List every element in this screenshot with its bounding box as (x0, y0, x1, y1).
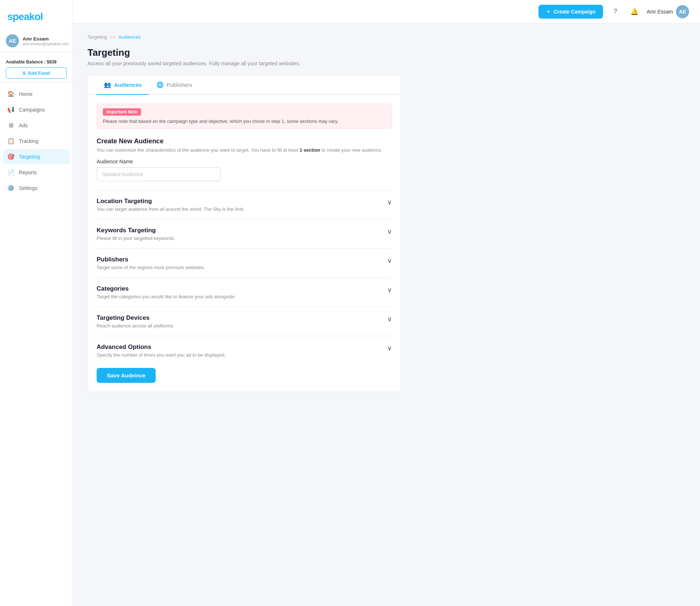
nav-icon-settings: ⚙️ (7, 184, 15, 191)
accordion-header-advanced[interactable]: Advanced Options Specify the number of t… (97, 343, 392, 358)
nav-icon-ads: ⊞ (7, 122, 15, 129)
tab-audiences[interactable]: 👥 Audiences (97, 75, 149, 95)
help-icon-button[interactable]: ? (609, 5, 622, 18)
balance-text: Avaliable Balance : $839 (6, 59, 67, 65)
main-card: 👥 Audiences 🌐 Publishers Important Note … (88, 75, 401, 392)
create-audience-title: Create New Audience (97, 137, 392, 145)
user-info: Amr Essam amr.essam@speakol.com (23, 36, 69, 46)
sidebar-item-label-reports: Reports (19, 170, 37, 175)
accordion-subtitle-location: You can target audience from all around … (97, 206, 387, 212)
topbar-user[interactable]: Amr Essam AE (647, 5, 689, 18)
accordion-title-advanced: Advanced Options (97, 343, 387, 351)
nav-icon-campaigns: 📢 (7, 106, 15, 113)
nav-icon-targeting: 🎯 (7, 153, 15, 160)
sidebar-item-campaigns[interactable]: 📢 Campaigns (3, 102, 70, 117)
accordion-title-location: Location Targeting (97, 198, 387, 205)
brand-logo: speakol (0, 7, 73, 30)
create-audience-desc: You can customize the characteristics of… (97, 147, 392, 153)
accordion-header-location[interactable]: Location Targeting You can target audien… (97, 198, 392, 212)
sidebar-item-reports[interactable]: 📄 Reports (3, 165, 70, 180)
sidebar-item-label-home: Home (19, 91, 32, 97)
user-section: AE Amr Essam amr.essam@speakol.com (0, 30, 73, 52)
chevron-down-icon-publishers: ∨ (387, 256, 392, 265)
accordion-title-publishers: Publishers (97, 256, 387, 263)
breadcrumb-separator: >> (110, 34, 115, 40)
sidebar-item-settings[interactable]: ⚙️ Settings (3, 180, 70, 195)
accordion-title-keywords: Keywords Targeting (97, 227, 387, 234)
sidebar-item-label-ads: Ads (19, 123, 28, 128)
topbar: ＋ Create Campaign ? 🔔 Amr Essam AE (73, 0, 700, 23)
tab-label-publishers: Publishers (167, 82, 192, 88)
main-content: Targeting >> Audiences Targeting Access … (73, 23, 700, 606)
accordion-subtitle-publishers: Target some of the regions most premium … (97, 265, 387, 270)
nav-icon-tracking: 📋 (7, 137, 15, 144)
accordion-subtitle-keywords: Please fill in your targetted keywords. (97, 236, 387, 241)
breadcrumb: Targeting >> Audiences (88, 34, 685, 40)
tabs: 👥 Audiences 🌐 Publishers (88, 75, 401, 95)
topbar-user-name: Amr Essam (647, 9, 673, 15)
accordion-header-keywords[interactable]: Keywords Targeting Please fill in your t… (97, 227, 392, 241)
chevron-down-icon-advanced: ∨ (387, 343, 392, 352)
save-audience-button[interactable]: Save Audeince (97, 368, 156, 383)
sidebar-item-label-targeting: Targeting (19, 154, 40, 160)
page-header: Targeting Access all your previously sav… (88, 47, 685, 66)
nav-icon-home: 🏠 (7, 90, 15, 97)
sidebar-item-tracking[interactable]: 📋 Tracking (3, 133, 70, 148)
chevron-down-icon-categories: ∨ (387, 285, 392, 294)
accordion-title-categories: Categories (97, 285, 387, 292)
accordion-header-devices[interactable]: Targeting Devices Reach audience across … (97, 314, 392, 329)
tab-icon-audiences: 👥 (104, 81, 111, 88)
sidebar-item-label-tracking: Tracking (19, 138, 38, 144)
tab-publishers[interactable]: 🌐 Publishers (149, 75, 199, 95)
accordion-item-categories: Categories Target the categories you wou… (97, 277, 392, 307)
breadcrumb-current: Audiences (118, 34, 141, 40)
accordion-item-advanced: Advanced Options Specify the number of t… (97, 336, 392, 365)
accordion-header-categories[interactable]: Categories Target the categories you wou… (97, 285, 392, 299)
important-note-label: Important Note (103, 108, 141, 116)
nav-icon-reports: 📄 (7, 169, 15, 176)
tab-icon-publishers: 🌐 (156, 81, 164, 88)
notification-icon-button[interactable]: 🔔 (628, 5, 641, 18)
chevron-down-icon-devices: ∨ (387, 314, 392, 323)
breadcrumb-parent[interactable]: Targeting (88, 34, 107, 40)
sidebar-user-email: amr.essam@speakol.com (23, 42, 69, 46)
sidebar: speakol AE Amr Essam amr.essam@speakol.c… (0, 0, 73, 606)
add-fund-button[interactable]: $ Add Fund (6, 67, 67, 79)
audience-name-label: Audience Name (97, 159, 392, 164)
accordion-item-keywords: Keywords Targeting Please fill in your t… (97, 219, 392, 248)
accordion-item-devices: Targeting Devices Reach audience across … (97, 307, 392, 336)
plus-icon: ＋ (546, 8, 551, 15)
topbar-avatar: AE (676, 5, 689, 18)
sidebar-item-label-campaigns: Campaigns (19, 107, 45, 113)
accordion-container: Location Targeting You can target audien… (97, 190, 392, 365)
balance-amount: $839 (47, 59, 57, 65)
page-title: Targeting (88, 47, 685, 58)
card-body: Important Note Please note that based on… (88, 95, 401, 392)
accordion-header-publishers[interactable]: Publishers Target some of the regions mo… (97, 256, 392, 270)
accordion-subtitle-devices: Reach audience across all platforms. (97, 323, 387, 329)
accordion-subtitle-advanced: Specify the number of times you want you… (97, 352, 387, 358)
sidebar-avatar: AE (6, 34, 19, 47)
accordion-item-location: Location Targeting You can target audien… (97, 190, 392, 219)
sidebar-item-targeting[interactable]: 🎯 Targeting (3, 149, 70, 164)
important-note-text: Please note that based on the campaign t… (103, 119, 386, 124)
accordion-item-publishers: Publishers Target some of the regions mo… (97, 248, 392, 277)
create-campaign-button[interactable]: ＋ Create Campaign (538, 5, 603, 19)
accordion-title-devices: Targeting Devices (97, 314, 387, 322)
chevron-down-icon-location: ∨ (387, 198, 392, 206)
chevron-down-icon-keywords: ∨ (387, 227, 392, 236)
dollar-icon: $ (23, 70, 26, 76)
accordion-subtitle-categories: Target the categories you would like to … (97, 294, 387, 299)
nav-section: 🏠 Home 📢 Campaigns ⊞ Ads 📋 Tracking 🎯 Ta… (0, 86, 73, 599)
important-note: Important Note Please note that based on… (97, 104, 392, 129)
tab-label-audiences: Audiences (114, 82, 142, 88)
sidebar-item-label-settings: Settings (19, 185, 38, 191)
sidebar-user-name: Amr Essam (23, 36, 69, 42)
balance-section: Avaliable Balance : $839 $ Add Fund (0, 56, 73, 83)
sidebar-item-home[interactable]: 🏠 Home (3, 86, 70, 101)
page-subtitle: Access all your previously saved targete… (88, 61, 685, 66)
sidebar-item-ads[interactable]: ⊞ Ads (3, 118, 70, 133)
create-audience-section: Create New Audience You can customize th… (97, 137, 392, 181)
audience-name-input[interactable] (97, 167, 221, 181)
